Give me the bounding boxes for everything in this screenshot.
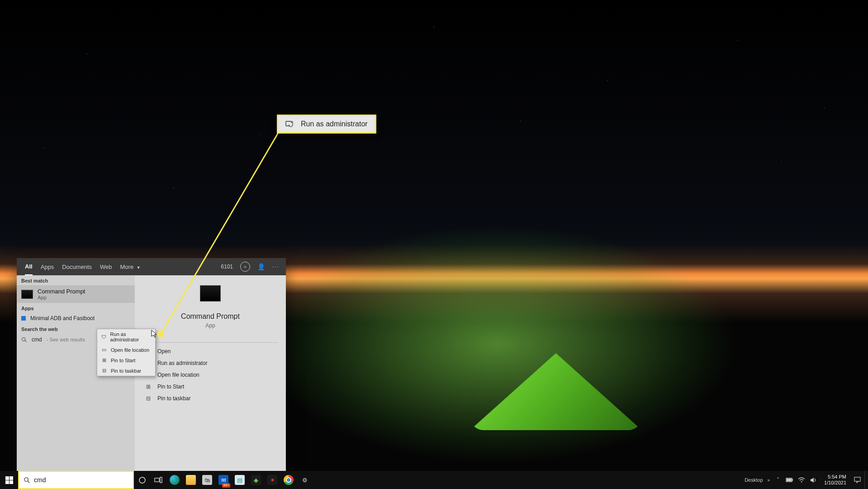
action-open[interactable]: ▢ Open [143, 345, 278, 357]
store-icon: 🛍 [202, 475, 212, 485]
action-run-admin-label: Run as administrator [157, 360, 208, 366]
start-button[interactable] [0, 471, 18, 489]
chrome-icon [284, 475, 294, 485]
admin-shield-icon: 🛡 [101, 334, 107, 340]
best-match-result[interactable]: Command Prompt App [17, 285, 135, 303]
tray-wifi-icon[interactable] [797, 471, 806, 489]
pin-start-icon: ⊞ [101, 357, 107, 363]
mouse-cursor [151, 330, 157, 338]
pycharm-icon: ◆ [251, 475, 261, 485]
tab-more-label: More [120, 264, 134, 270]
annotation-callout: Run as administrator [277, 115, 376, 134]
svg-point-13 [24, 477, 28, 481]
notification-center-icon[interactable] [853, 471, 862, 489]
more-options-icon[interactable]: ··· [272, 264, 280, 270]
desktop-toolbar-label[interactable]: Desktop [745, 477, 763, 483]
ctx-open-loc-label: Open file location [111, 347, 149, 353]
best-match-subtitle: App [38, 295, 85, 300]
cortana-circle-icon[interactable] [134, 471, 150, 489]
divider [143, 342, 278, 343]
taskbar-app-notepad[interactable]: ▤ [232, 471, 248, 489]
file-explorer-icon [186, 475, 196, 485]
taskbar-app-store[interactable]: 🛍 [199, 471, 215, 489]
pin-start-icon: ⊞ [145, 384, 152, 390]
show-desktop-button[interactable] [864, 471, 867, 489]
search-tabs: All Apps Documents Web More ▼ 6101 ⌾ 👤 ·… [17, 258, 286, 275]
taskbar-app-edge[interactable] [166, 471, 183, 489]
clock-date: 1/10/2021 [824, 480, 846, 486]
tab-documents[interactable]: Documents [62, 259, 92, 275]
pin-taskbar-icon: ⊟ [145, 395, 152, 402]
search-box-value: cmd [34, 476, 46, 484]
context-menu: 🛡 Run as administrator ▭ Open file locat… [97, 329, 156, 376]
ctx-pin-start-label: Pin to Start [111, 358, 135, 363]
wallpaper-stars [0, 0, 868, 269]
svg-rect-9 [792, 479, 793, 481]
folder-icon: ▭ [101, 347, 107, 353]
detail-actions: ▢ Open 🛡 Run as administrator ▭ Open fil… [143, 345, 278, 404]
taskbar-app-settings[interactable]: ⚙ [297, 471, 313, 489]
section-best-match: Best match [17, 275, 135, 285]
detail-app-icon [200, 285, 221, 302]
taskbar-app-file-explorer[interactable] [183, 471, 199, 489]
taskbar-search-box[interactable]: cmd [18, 471, 134, 489]
ctx-open-file-location[interactable]: ▭ Open file location [97, 345, 155, 355]
taskbar-app-mail[interactable]: ✉99+ [215, 471, 232, 489]
tray-battery-icon[interactable] [785, 471, 794, 489]
web-hint: - See web results [47, 337, 85, 342]
svg-rect-7 [160, 477, 162, 483]
ctx-pin-to-start[interactable]: ⊞ Pin to Start [97, 355, 155, 365]
svg-rect-6 [155, 478, 159, 482]
task-view-icon[interactable] [150, 471, 166, 489]
app-result-minimal-adb[interactable]: Minimal ADB and Fastboot [17, 313, 135, 324]
callout-label: Run as administrator [301, 120, 368, 128]
web-term: cmd [32, 336, 42, 343]
mail-badge: 99+ [222, 483, 230, 488]
tray-volume-icon[interactable] [809, 471, 818, 489]
action-pin-taskbar-label: Pin to taskbar [157, 395, 190, 402]
ctx-run-as-administrator[interactable]: 🛡 Run as administrator [97, 329, 155, 345]
tab-web[interactable]: Web [100, 259, 112, 275]
detail-title: Command Prompt [181, 312, 240, 321]
best-match-title: Command Prompt [38, 288, 85, 295]
admin-shield-icon [285, 120, 294, 128]
clock-time: 5:54 PM [824, 474, 846, 480]
svg-line-1 [25, 340, 26, 342]
taskbar-app-chrome[interactable] [280, 471, 297, 489]
pin-taskbar-icon: ⊟ [101, 368, 107, 374]
tab-all[interactable]: All [25, 259, 33, 275]
app-result-label: Minimal ADB and Fastboot [30, 315, 95, 321]
taskbar-right: Desktop » ˄ 5:54 PM 1/10/2021 [745, 471, 868, 489]
command-prompt-icon [21, 290, 33, 299]
taskbar-app-generic-red[interactable]: ✶ [264, 471, 280, 489]
action-pin-to-start[interactable]: ⊞ Pin to Start [143, 381, 278, 393]
action-pin-to-taskbar[interactable]: ⊟ Pin to taskbar [143, 393, 278, 404]
search-detail-column: Command Prompt App ▢ Open 🛡 Run as admin… [135, 275, 286, 471]
action-open-label: Open [157, 348, 171, 355]
rewards-icon[interactable]: ⌾ [240, 262, 250, 272]
svg-rect-10 [787, 479, 792, 481]
action-run-as-administrator[interactable]: 🛡 Run as administrator [143, 357, 278, 369]
tray-chevron-up-icon[interactable]: ˄ [773, 471, 783, 489]
search-icon [21, 337, 27, 343]
svg-rect-12 [854, 477, 860, 481]
app-icon [21, 316, 26, 321]
svg-point-0 [22, 337, 25, 340]
tab-more[interactable]: More ▼ [120, 259, 141, 275]
detail-subtitle: App [205, 322, 215, 329]
action-open-loc-label: Open file location [157, 372, 199, 378]
chevron-down-icon: ▼ [137, 265, 141, 270]
rewards-points: 6101 [221, 264, 233, 270]
taskbar-clock[interactable]: 5:54 PM 1/10/2021 [821, 474, 850, 486]
toolbar-overflow-icon[interactable]: » [768, 478, 770, 483]
tab-apps[interactable]: Apps [41, 259, 54, 275]
search-icon [24, 477, 30, 484]
svg-line-14 [28, 481, 29, 483]
notepad-icon: ▤ [235, 475, 245, 485]
action-pin-start-label: Pin to Start [157, 384, 184, 390]
action-open-file-location[interactable]: ▭ Open file location [143, 369, 278, 381]
ctx-pin-to-taskbar[interactable]: ⊟ Pin to taskbar [97, 365, 155, 376]
edge-icon [170, 475, 180, 485]
taskbar-app-pycharm[interactable]: ◆ [248, 471, 264, 489]
people-icon[interactable]: 👤 [257, 263, 265, 270]
